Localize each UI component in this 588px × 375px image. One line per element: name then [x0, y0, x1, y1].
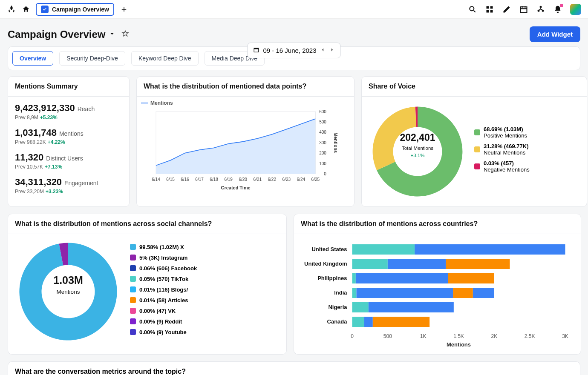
tab-keyword-deep-dive[interactable]: Keyword Deep Dive: [131, 51, 199, 66]
svg-text:6/22: 6/22: [268, 177, 276, 182]
sov-legend: 68.69% (1.03M)Positive Mentions 31.28% (…: [474, 126, 530, 177]
card-distribution: What is the distribution of mentioned da…: [136, 76, 355, 207]
notification-badge: [559, 3, 564, 8]
svg-text:United States: United States: [311, 246, 347, 252]
metric-reach: 9,423,912,330Reach Prev 8,9M+5.23%: [15, 103, 122, 120]
app-logo-icon: [7, 5, 16, 14]
svg-rect-2: [490, 6, 493, 9]
svg-text:Mentions: Mentions: [57, 289, 80, 295]
card-title: What is the distribution of mentioned da…: [137, 77, 354, 97]
svg-rect-56: [369, 302, 454, 312]
legend-item: 68.69% (1.03M)Positive Mentions: [474, 126, 530, 139]
legend-item: 0.01% (116) Blogs/: [130, 286, 197, 293]
svg-rect-50: [352, 288, 357, 298]
active-tab-chip[interactable]: Campaign Overview: [36, 3, 114, 16]
page-title: Campaign Overview: [8, 29, 116, 40]
area-chart: 01002003004005006006/146/156/166/176/186…: [141, 108, 350, 197]
svg-text:500: 500: [383, 333, 392, 339]
svg-rect-52: [453, 288, 473, 298]
tab-chip-label: Campaign Overview: [52, 6, 109, 13]
svg-rect-44: [446, 259, 510, 269]
add-tab-icon[interactable]: [119, 5, 129, 14]
svg-rect-3: [487, 10, 489, 12]
card-share-of-voice: Share of Voice 202,401Total Mentions+3.1…: [361, 76, 587, 207]
compose-icon[interactable]: [502, 5, 511, 14]
apps-grid-icon[interactable]: [485, 5, 494, 14]
date-range-text: 09 - 16 June, 2023: [263, 47, 316, 54]
svg-text:6/17: 6/17: [195, 177, 204, 182]
card-title: What is the distribution of mentions acr…: [294, 214, 581, 234]
svg-rect-39: [352, 244, 415, 255]
card-body: Mentions 01002003004005006006/146/156/16…: [137, 97, 354, 202]
svg-rect-51: [357, 288, 453, 298]
card-countries: What is the distribution of mentions acr…: [294, 214, 581, 355]
svg-text:6/19: 6/19: [224, 177, 233, 182]
page-header: Campaign Overview 09 - 16 June, 2023 Add…: [0, 19, 588, 46]
svg-text:500: 500: [319, 120, 326, 124]
card-title: Mentions Summary: [8, 77, 129, 97]
svg-rect-43: [388, 259, 446, 269]
svg-text:Nigeria: Nigeria: [328, 304, 347, 310]
calendar-icon[interactable]: [519, 5, 528, 14]
svg-text:3K: 3K: [562, 333, 568, 339]
chart-legend-label: Mentions: [150, 100, 173, 106]
legend-item: 0.03% (457)Negative Mentions: [474, 160, 530, 173]
svg-text:Philippines: Philippines: [317, 275, 347, 281]
card-body: United StatesUnited KingdomPhilippinesIn…: [294, 234, 581, 354]
next-date-icon[interactable]: [329, 47, 335, 54]
svg-rect-58: [352, 317, 364, 327]
svg-text:2K: 2K: [491, 333, 497, 339]
star-icon[interactable]: [121, 30, 129, 39]
tree-icon[interactable]: [536, 5, 545, 14]
svg-text:6/24: 6/24: [297, 177, 306, 182]
svg-text:+3.1%: +3.1%: [411, 153, 425, 158]
svg-text:6/18: 6/18: [210, 177, 218, 182]
svg-text:6/14: 6/14: [152, 177, 160, 182]
svg-rect-48: [448, 273, 494, 283]
prev-date-icon[interactable]: [320, 47, 326, 54]
donut-share-of-voice: 202,401Total Mentions+3.1%: [369, 103, 467, 200]
svg-rect-1: [487, 6, 489, 9]
svg-text:6/20: 6/20: [239, 177, 247, 182]
svg-text:6/21: 6/21: [253, 177, 262, 182]
legend-item: 5% (3K) Instagram: [130, 255, 197, 261]
svg-text:100: 100: [319, 161, 326, 166]
search-icon[interactable]: [468, 5, 477, 14]
tab-overview[interactable]: Overview: [12, 51, 53, 66]
card-body: 202,401Total Mentions+3.1% 68.69% (1.03M…: [362, 97, 587, 206]
svg-rect-46: [352, 273, 356, 283]
svg-text:Created Time: Created Time: [221, 185, 251, 190]
svg-text:6/16: 6/16: [181, 177, 189, 182]
metric-distinct-users: 11,320Distinct Users Prev 10,57K+7.13%: [15, 152, 122, 170]
bar-chart-countries: United StatesUnited KingdomPhilippinesIn…: [301, 240, 574, 346]
svg-rect-55: [352, 302, 369, 312]
legend-item: 99.58% (1.02M) X: [130, 244, 197, 250]
channels-legend: 99.58% (1.02M) X5% (3K) Instagram0.06% (…: [130, 244, 197, 340]
svg-point-0: [470, 6, 474, 11]
date-range-picker[interactable]: 09 - 16 June, 2023: [247, 43, 340, 58]
card-body: 9,423,912,330Reach Prev 8,9M+5.23% 1,031…: [8, 97, 129, 202]
svg-text:400: 400: [319, 130, 326, 135]
calendar-small-icon: [253, 46, 259, 54]
add-widget-button[interactable]: Add Widget: [530, 26, 580, 42]
svg-text:1.5K: 1.5K: [453, 333, 464, 339]
chevron-down-icon[interactable]: [108, 29, 116, 40]
svg-rect-60: [373, 317, 429, 327]
card-title: What is the distribution of mentions acr…: [8, 214, 286, 234]
card-mentions-summary: Mentions Summary 9,423,912,330Reach Prev…: [8, 76, 130, 207]
row-1: Mentions Summary 9,423,912,330Reach Prev…: [0, 76, 588, 207]
card-channels: What is the distribution of mentions acr…: [8, 214, 287, 355]
svg-text:6/15: 6/15: [166, 177, 175, 182]
topbar-right: [468, 4, 581, 15]
notifications-icon[interactable]: [553, 5, 562, 14]
card-title: Share of Voice: [362, 77, 587, 97]
tab-security-deep-dive[interactable]: Security Deep-Dive: [59, 51, 125, 66]
svg-text:6/25: 6/25: [311, 177, 320, 182]
svg-text:6/23: 6/23: [282, 177, 291, 182]
avatar[interactable]: [570, 4, 581, 15]
tab-chip-icon: [41, 6, 49, 13]
svg-text:India: India: [334, 289, 347, 296]
svg-text:Mentions: Mentions: [447, 341, 471, 346]
svg-text:Total Mentions: Total Mentions: [402, 146, 433, 151]
home-icon[interactable]: [21, 5, 31, 14]
